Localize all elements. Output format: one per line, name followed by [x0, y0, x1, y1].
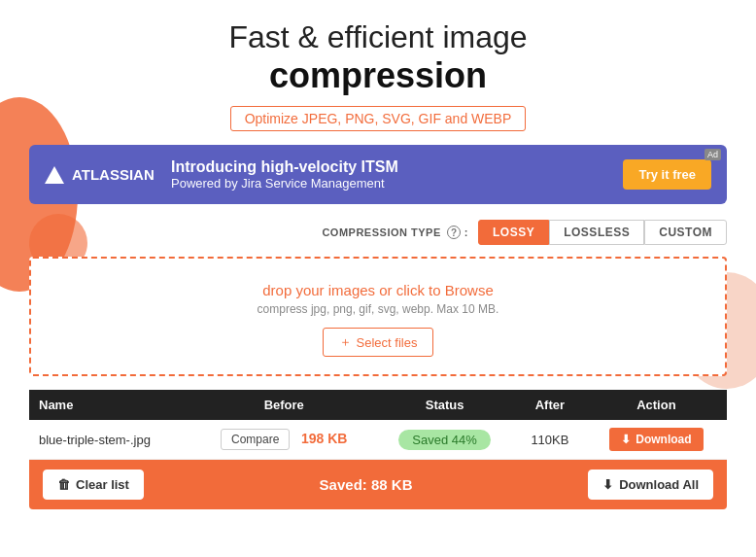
file-after-size: 110KB: [531, 433, 568, 447]
ad-sub-text: Powered by Jira Service Management: [171, 176, 623, 191]
download-all-button[interactable]: ⬇ Download All: [588, 470, 713, 500]
title-line2: compression: [29, 55, 727, 96]
ad-label: Ad: [704, 149, 721, 160]
footer-bar: 🗑 Clear list Saved: 88 KB ⬇ Download All: [29, 460, 727, 509]
col-status: Status: [375, 390, 514, 420]
file-after-cell: 110KB: [514, 420, 586, 460]
file-before-cell: Compare 198 KB: [192, 420, 375, 460]
col-action: Action: [586, 390, 727, 420]
compression-custom-button[interactable]: CUSTOM: [644, 220, 727, 245]
page-header: Fast & efficient image compression Optim…: [29, 19, 727, 131]
table-row: blue-triple-stem-.jpg Compare 198 KB Sav…: [29, 420, 727, 460]
saved-text: Saved: 88 KB: [320, 476, 413, 493]
clear-list-label: Clear list: [76, 477, 129, 492]
download-all-label: Download All: [619, 477, 699, 492]
download-all-icon: ⬇: [602, 477, 613, 492]
drop-zone[interactable]: drop your images or click to Browse comp…: [29, 257, 727, 376]
ad-text: Introducing high-velocity ITSM Powered b…: [171, 158, 623, 191]
plus-icon: ＋: [339, 333, 352, 351]
file-before-size: 198 KB: [301, 431, 347, 446]
status-badge: Saved 44%: [398, 430, 491, 450]
drop-zone-main-text: drop your images or click to Browse: [51, 282, 705, 298]
compression-type-row: COMPRESSION TYPE ? : LOSSY LOSSLESS CUST…: [29, 220, 727, 245]
select-files-label: Select files: [357, 335, 418, 350]
ad-main-text: Introducing high-velocity ITSM: [171, 158, 623, 176]
ad-logo-text: ATLASSIAN: [72, 166, 155, 183]
ad-banner: ATLASSIAN Introducing high-velocity ITSM…: [29, 145, 727, 204]
file-table: Name Before Status After Action blue-tri…: [29, 390, 727, 460]
clear-icon: 🗑: [57, 477, 70, 492]
download-icon: ⬇: [621, 433, 631, 446]
col-name: Name: [29, 390, 192, 420]
title-line1: Fast & efficient image: [29, 19, 727, 55]
subtitle: Optimize JPEG, PNG, SVG, GIF and WEBP: [230, 106, 527, 131]
compression-label: COMPRESSION TYPE ? :: [322, 226, 468, 239]
compression-lossless-button[interactable]: LOSSLESS: [549, 220, 644, 245]
col-after: After: [514, 390, 586, 420]
file-status-cell: Saved 44%: [375, 420, 514, 460]
question-icon[interactable]: ?: [447, 226, 461, 239]
download-button[interactable]: ⬇ Download: [609, 428, 703, 451]
download-label: Download: [636, 433, 691, 446]
clear-list-button[interactable]: 🗑 Clear list: [43, 470, 144, 500]
col-before: Before: [192, 390, 375, 420]
table-header-row: Name Before Status After Action: [29, 390, 727, 420]
atlassian-logo-icon: [45, 166, 64, 184]
ad-logo: ATLASSIAN: [45, 166, 171, 184]
compression-lossy-button[interactable]: LOSSY: [478, 220, 549, 245]
file-name: blue-triple-stem-.jpg: [29, 420, 192, 460]
compare-button[interactable]: Compare: [221, 429, 290, 450]
ad-cta-button[interactable]: Try it free: [623, 159, 711, 190]
file-action-cell: ⬇ Download: [586, 420, 727, 460]
drop-zone-sub-text: compress jpg, png, gif, svg, webp. Max 1…: [51, 302, 705, 316]
select-files-button[interactable]: ＋ Select files: [323, 328, 434, 357]
